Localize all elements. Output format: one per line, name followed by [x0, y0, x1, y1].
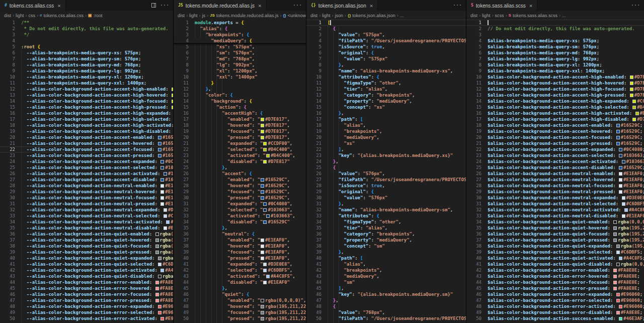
breadcrumb-item[interactable]: light [482, 13, 491, 18]
code-area-json[interactable]: 1[2 {3 "value": "575px",4 "filePath": "/… [306, 20, 466, 323]
breadcrumb-item[interactable]: css [29, 13, 36, 18]
color-swatch[interactable] [160, 269, 164, 272]
color-swatch[interactable] [158, 142, 162, 145]
color-swatch[interactable] [619, 190, 622, 194]
color-swatch[interactable] [263, 220, 267, 224]
color-swatch[interactable] [613, 287, 617, 290]
color-swatch[interactable] [164, 208, 167, 212]
color-swatch[interactable] [261, 257, 264, 260]
breadcrumb-item[interactable]: scss [495, 13, 504, 18]
color-swatch[interactable] [630, 88, 633, 91]
color-swatch[interactable] [155, 232, 159, 236]
color-swatch[interactable] [616, 245, 620, 248]
breadcrumb-item[interactable]: tokens.css.alias.css [43, 13, 84, 18]
color-swatch[interactable] [160, 190, 164, 194]
color-swatch[interactable] [155, 251, 159, 254]
color-swatch[interactable] [619, 257, 622, 260]
color-swatch[interactable] [261, 305, 264, 308]
color-swatch[interactable] [616, 251, 620, 254]
color-swatch[interactable] [261, 184, 264, 188]
color-swatch[interactable] [155, 245, 159, 248]
tab-tokens.css.alias.css[interactable]: #tokens.css.alias.css× [0, 0, 66, 11]
color-swatch[interactable] [266, 154, 270, 157]
color-swatch[interactable] [160, 160, 164, 164]
split-editor-icon[interactable] [151, 3, 156, 9]
color-swatch[interactable] [263, 142, 267, 145]
color-swatch[interactable] [261, 245, 264, 248]
color-swatch[interactable] [630, 75, 633, 79]
more-actions-icon[interactable]: ··· [453, 3, 462, 8]
color-swatch[interactable] [160, 317, 164, 320]
code-area-scss[interactable]: 12// Do not edit directly, this file was… [466, 20, 644, 323]
breadcrumb[interactable]: dist›light›json›{}tokens.json.alias.json… [306, 11, 466, 20]
breadcrumb-item[interactable]: ... [562, 13, 566, 18]
color-swatch[interactable] [619, 184, 622, 188]
color-swatch[interactable] [619, 178, 622, 182]
color-swatch[interactable] [263, 269, 267, 272]
color-swatch[interactable] [616, 263, 620, 266]
color-swatch[interactable] [160, 202, 164, 206]
color-swatch[interactable] [160, 178, 164, 182]
color-swatch[interactable] [155, 287, 159, 290]
color-swatch[interactable] [261, 118, 264, 121]
breadcrumb-item[interactable]: ... [400, 13, 404, 18]
color-swatch[interactable] [619, 148, 622, 151]
tab-tokens.json.alias.json[interactable]: {}tokens.json.alias.json× [306, 0, 378, 11]
color-swatch[interactable] [261, 136, 264, 139]
breadcrumb-item[interactable]: light [16, 13, 24, 18]
breadcrumb-item[interactable]: dist [178, 13, 185, 18]
color-swatch[interactable] [166, 220, 170, 224]
color-swatch[interactable] [635, 112, 639, 115]
more-actions-icon[interactable]: ··· [293, 3, 302, 8]
close-icon[interactable]: × [528, 3, 533, 9]
color-swatch[interactable] [624, 208, 628, 212]
color-swatch[interactable] [630, 94, 633, 97]
color-swatch[interactable] [619, 317, 622, 320]
color-swatch[interactable] [155, 281, 159, 284]
color-swatch[interactable] [266, 275, 270, 278]
color-swatch[interactable] [261, 311, 264, 314]
color-swatch[interactable] [266, 214, 270, 218]
close-icon[interactable]: × [56, 3, 61, 9]
more-actions-icon[interactable]: ··· [160, 3, 169, 8]
breadcrumb-item[interactable]: tokens.module.reduced.alias.js [216, 13, 279, 18]
close-icon[interactable]: × [369, 3, 373, 9]
color-swatch[interactable] [164, 214, 167, 218]
close-icon[interactable]: × [257, 3, 262, 9]
breadcrumb[interactable]: dist›light›css›#tokens.css.alias.css›▣:r… [0, 11, 173, 20]
color-swatch[interactable] [263, 263, 267, 266]
color-swatch[interactable] [632, 100, 636, 103]
color-swatch[interactable] [261, 178, 264, 182]
color-swatch[interactable] [261, 251, 264, 254]
color-swatch[interactable] [158, 136, 162, 139]
color-swatch[interactable] [261, 317, 264, 320]
color-swatch[interactable] [263, 202, 267, 206]
color-swatch[interactable] [158, 263, 162, 266]
tab-tokens.sass.alias.scss[interactable]: Stokens.sass.alias.scss× [466, 0, 537, 11]
breadcrumb[interactable]: dist›light›js›JStokens.module.reduced.al… [174, 11, 306, 20]
color-swatch[interactable] [616, 311, 620, 314]
color-swatch[interactable] [613, 269, 617, 272]
color-swatch[interactable] [261, 190, 264, 194]
color-swatch[interactable] [632, 118, 636, 121]
color-swatch[interactable] [158, 311, 162, 314]
breadcrumb[interactable]: dist›light›scss›Stokens.sass.alias.scss›… [466, 11, 644, 20]
color-swatch[interactable] [263, 281, 267, 284]
color-swatch[interactable] [613, 238, 617, 242]
color-swatch[interactable] [622, 214, 625, 218]
color-swatch[interactable] [632, 106, 636, 109]
color-swatch[interactable] [158, 305, 162, 308]
color-swatch[interactable] [158, 148, 162, 151]
breadcrumb-item[interactable]: tokens.json.alias.json [352, 13, 395, 18]
color-swatch[interactable] [619, 166, 622, 170]
color-swatch[interactable] [261, 299, 264, 302]
color-swatch[interactable] [261, 130, 264, 133]
color-swatch[interactable] [160, 166, 164, 170]
breadcrumb-item[interactable]: tokens.sass.alias.scss [513, 13, 557, 18]
color-swatch[interactable] [616, 124, 620, 127]
code-area-css[interactable]: 1/**2 * Do not edit directly, this file … [0, 20, 173, 323]
breadcrumb-item[interactable]: light [322, 13, 331, 18]
color-swatch[interactable] [619, 154, 622, 157]
color-swatch[interactable] [616, 130, 620, 133]
color-swatch[interactable] [616, 293, 620, 296]
